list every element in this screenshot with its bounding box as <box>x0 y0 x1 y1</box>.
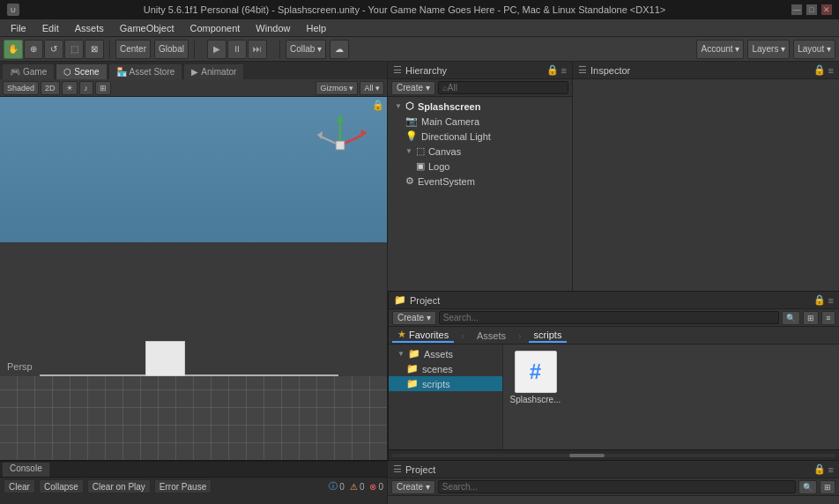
2d-button[interactable]: 2D <box>41 81 60 95</box>
hierarchy-item-splashscreen[interactable]: ▼ ⬡ Splashscreen <box>388 99 572 114</box>
global-button[interactable]: Global <box>154 40 189 59</box>
hierarchy-more-icon[interactable]: ≡ <box>561 65 567 76</box>
project-search-input[interactable] <box>438 480 796 493</box>
tab-scene[interactable]: ⬡ Scene <box>56 63 107 79</box>
tool-rect[interactable]: ⊠ <box>85 40 104 59</box>
fx-button[interactable]: ⊞ <box>95 81 111 95</box>
transform-gizmo <box>312 110 369 159</box>
hierarchy-item-directional-light[interactable]: 💡 Directional Light <box>398 129 572 144</box>
minimize-button[interactable]: — <box>791 4 802 15</box>
hierarchy-item-canvas[interactable]: ▼ ⬚ Canvas <box>398 144 572 159</box>
proj-tab-scripts[interactable]: scripts <box>529 329 568 343</box>
scrollbar-thumb[interactable] <box>569 454 605 457</box>
tool-scale[interactable]: ⬚ <box>64 40 84 59</box>
scenes-folder-icon: 📁 <box>406 363 419 374</box>
console-clear-button[interactable]: Clear <box>4 479 35 493</box>
project-toolbar: Create ▾ 🔍 ⊞ <box>388 478 839 496</box>
asset-label: Splashscre... <box>510 395 561 404</box>
tab-game[interactable]: 🎮 Game <box>2 63 55 79</box>
filter-btn[interactable]: ⊞ <box>820 480 835 494</box>
scene-cube <box>145 341 185 376</box>
proj-view-btn[interactable]: ≡ <box>821 311 835 325</box>
project-panel-search[interactable] <box>439 311 779 324</box>
project-icon: ☰ <box>393 463 402 475</box>
hierarchy-create-button[interactable]: Create ▾ <box>391 81 435 95</box>
maximize-button[interactable]: □ <box>806 4 817 15</box>
cloud-button[interactable]: ☁ <box>330 40 349 59</box>
inspector-icon: ☰ <box>578 64 587 76</box>
asset-splashscreen[interactable]: Splashscre... <box>507 348 564 407</box>
hierarchy-toolbar: Create ▾ <box>388 79 572 97</box>
tab-asset-store[interactable]: 🏪 Asset Store <box>108 63 183 79</box>
tool-rotate[interactable]: ↺ <box>44 40 63 59</box>
hierarchy-item-main-camera[interactable]: 📷 Main Camera <box>398 114 572 129</box>
project-content: ▼ 📁 Assets 📁 scenes 📁 scripts Splashscre… <box>389 345 839 449</box>
scene-tab-bar: 🎮 Game ⬡ Scene 🏪 Asset Store ▶ Animator <box>0 62 387 79</box>
inspector-lock-icon[interactable]: 🔒 <box>813 64 826 76</box>
proj-filter-btn[interactable]: ⊞ <box>803 311 819 325</box>
project-panel-lock[interactable]: 🔒 <box>813 294 826 306</box>
console-collapse-button[interactable]: Collapse <box>39 479 84 493</box>
tool-move[interactable]: ⊕ <box>24 40 43 59</box>
project-panel-more[interactable]: ≡ <box>828 295 834 306</box>
canvas-expand-icon: ▼ <box>405 147 412 155</box>
console-error-pause-button[interactable]: Error Pause <box>154 479 212 493</box>
tree-item-scripts[interactable]: 📁 scripts <box>389 376 502 391</box>
scene-icon: ⬡ <box>63 67 71 77</box>
project-more-icon[interactable]: ≡ <box>828 464 834 475</box>
inspector-more-icon[interactable]: ≡ <box>828 65 834 76</box>
account-button[interactable]: Account ▾ <box>696 40 744 59</box>
project-create-button[interactable]: Create ▾ <box>391 480 435 494</box>
lighting-button[interactable]: ☀ <box>62 81 78 95</box>
sep2 <box>194 41 195 58</box>
scene-viewport[interactable]: Persp 🔒 <box>0 97 387 460</box>
scene-toolbar: Shaded 2D ☀ ♪ ⊞ Gizmos ▾ All ▾ <box>0 79 387 97</box>
menu-window[interactable]: Window <box>249 21 297 35</box>
scrollbar-track <box>392 454 835 457</box>
hierarchy-item-eventsystem[interactable]: ⚙ EventSystem <box>398 174 572 189</box>
console-clear-on-play-button[interactable]: Clear on Play <box>87 479 151 493</box>
menu-gameobject[interactable]: GameObject <box>113 21 182 35</box>
console-badges: ⓘ 0 ⚠ 0 ⊗ 0 <box>329 480 383 493</box>
project-lock-icon[interactable]: 🔒 <box>813 463 826 475</box>
project-assets-view: Splashscre... <box>503 345 839 449</box>
tab-console[interactable]: Console <box>2 462 50 477</box>
collab-button[interactable]: Collab ▾ <box>286 40 326 59</box>
pause-button[interactable]: ⏸ <box>227 40 247 59</box>
menu-component[interactable]: Component <box>182 21 247 35</box>
hierarchy-item-logo[interactable]: ▣ Logo <box>409 159 572 174</box>
audio-button[interactable]: ♪ <box>79 81 93 95</box>
proj-tab-assets[interactable]: Assets <box>471 330 511 342</box>
hierarchy-lock-icon[interactable]: 🔒 <box>546 64 559 76</box>
ground-outline <box>40 374 338 376</box>
layout-button[interactable]: Layout ▾ <box>793 40 835 59</box>
project-folder-icon: 📁 <box>394 294 406 306</box>
proj-tab-favorites[interactable]: ★ Favorites <box>392 328 454 343</box>
shaded-dropdown[interactable]: Shaded <box>3 81 39 95</box>
tab-animator[interactable]: ▶ Animator <box>183 63 244 79</box>
project-panel-create[interactable]: Create ▾ <box>392 311 436 325</box>
hierarchy-search-input[interactable] <box>438 81 568 94</box>
layers-button[interactable]: Layers ▾ <box>747 40 790 59</box>
proj-search-btn[interactable]: 🔍 <box>782 311 800 325</box>
close-button[interactable]: ✕ <box>821 4 832 15</box>
menu-edit[interactable]: Edit <box>35 21 66 35</box>
center-button[interactable]: Center <box>115 40 151 59</box>
tool-hand[interactable]: ✋ <box>4 40 23 59</box>
project-header: ☰ Project 🔒 ≡ <box>388 461 839 478</box>
menu-file[interactable]: File <box>4 21 33 35</box>
gizmos-dropdown[interactable]: Gizmos ▾ <box>316 81 358 95</box>
camera-icon: 📷 <box>405 115 418 127</box>
step-button[interactable]: ⏭ <box>248 40 267 59</box>
all-dropdown[interactable]: All ▾ <box>360 81 384 95</box>
project-scrollbar[interactable] <box>389 449 839 460</box>
menu-assets[interactable]: Assets <box>68 21 111 35</box>
play-button[interactable]: ▶ <box>207 40 226 59</box>
tree-item-scenes[interactable]: 📁 scenes <box>389 361 502 376</box>
logo-icon: ▣ <box>416 160 425 172</box>
inspector-header: ☰ Inspector 🔒 ≡ <box>573 62 839 79</box>
tree-item-assets[interactable]: ▼ 📁 Assets <box>389 346 502 361</box>
search-icon-btn[interactable]: 🔍 <box>798 480 817 494</box>
project-title: Project <box>405 464 435 475</box>
menu-help[interactable]: Help <box>299 21 333 35</box>
